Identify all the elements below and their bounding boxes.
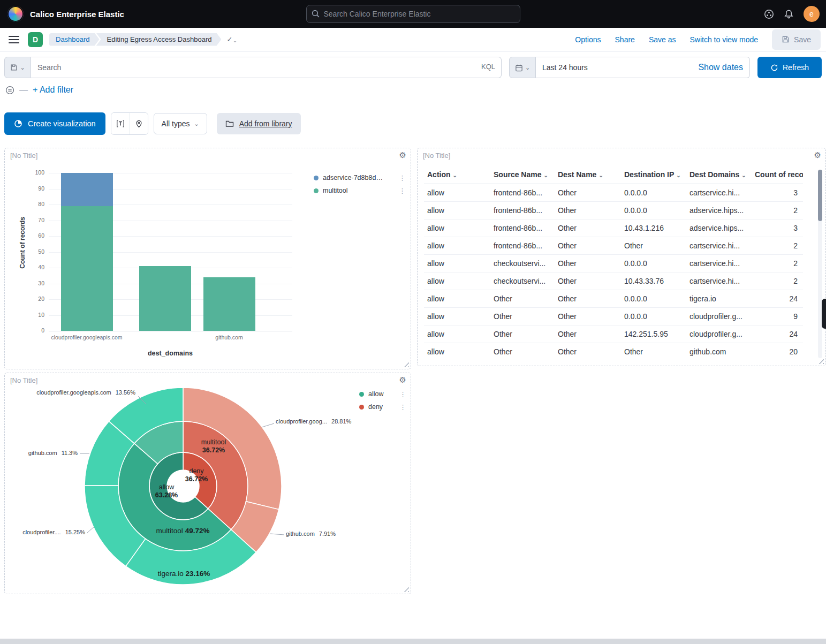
filter-divider: —	[19, 85, 28, 95]
legend-swatch	[359, 392, 364, 397]
legend-item[interactable]: allow⋮	[359, 388, 406, 400]
create-visualization-button[interactable]: Create visualization	[4, 112, 105, 135]
save-as-button[interactable]: Save as	[649, 35, 676, 44]
add-from-library-button[interactable]: Add from library	[217, 113, 301, 134]
table-row[interactable]: allowOtherOther0.0.0.0cloudprofiler.g...…	[424, 308, 803, 325]
dashboard-app-badge: D	[28, 32, 43, 47]
table-cell: Other	[555, 202, 621, 219]
share-button[interactable]: Share	[615, 35, 635, 44]
collapsed-flyout-handle[interactable]	[822, 299, 826, 329]
switch-to-view-mode-button[interactable]: Switch to view mode	[689, 35, 758, 44]
bar-segment[interactable]	[139, 266, 191, 331]
table-cell: frontend-86b...	[490, 184, 555, 202]
panel-settings-gear-icon[interactable]: ⚙	[814, 150, 821, 160]
table-cell: 3	[752, 219, 803, 237]
table-cell: Other	[490, 308, 555, 325]
table-cell: cloudprofiler.g...	[686, 308, 752, 325]
column-header[interactable]: Source Name⌄	[490, 165, 555, 184]
column-header[interactable]: Dest Name⌄	[555, 165, 621, 184]
table-row[interactable]: allowOtherOther0.0.0.0tigera.io24	[424, 290, 803, 308]
bar-segment[interactable]	[61, 173, 113, 206]
table-row[interactable]: allowfrontend-86b...Other0.0.0.0cartserv…	[424, 184, 803, 202]
legend-menu-icon[interactable]: ⋮	[399, 403, 406, 411]
table-cell: adservice.hips...	[686, 219, 752, 237]
all-types-dropdown[interactable]: All types ⌄	[154, 113, 207, 134]
scrollbar-thumb[interactable]	[818, 170, 822, 221]
breadcrumb-dashboard[interactable]: Dashboard	[49, 33, 100, 46]
legend-item[interactable]: multitool⋮	[314, 185, 406, 196]
table-row[interactable]: allowOtherOtherOthergithub.com20	[424, 343, 803, 361]
y-tick-label: 70	[24, 217, 44, 223]
table-cell: 142.251.5.95	[621, 325, 686, 343]
panel-settings-gear-icon[interactable]: ⚙	[399, 375, 406, 385]
y-tick-label: 20	[24, 296, 44, 302]
legend-item[interactable]: deny⋮	[359, 401, 406, 413]
sunburst-panel: [No Title] ⚙ multitool36.72% deny36.72% …	[4, 373, 411, 594]
column-header[interactable]: Destination IP⌄	[621, 165, 686, 184]
dashboard-actions: Options Share Save as Switch to view mod…	[575, 29, 826, 50]
save-button[interactable]: Save	[772, 29, 821, 50]
saved-query-menu-button[interactable]: ⌄	[4, 57, 31, 78]
menu-hamburger-icon[interactable]	[9, 36, 19, 43]
cluster-icon[interactable]	[764, 9, 774, 19]
table-row[interactable]: allowfrontend-86b...OtherOthercartservic…	[424, 237, 803, 255]
bar-segment[interactable]	[203, 277, 255, 331]
refresh-button[interactable]: Refresh	[757, 57, 822, 78]
kql-search-input[interactable]	[31, 57, 502, 78]
table-cell: cartservice.hi...	[686, 184, 752, 202]
column-header[interactable]: Action⌄	[424, 165, 490, 184]
table-cell: cartservice.hi...	[686, 237, 752, 255]
add-filter-button[interactable]: + Add filter	[33, 85, 73, 95]
legend-swatch	[314, 188, 319, 193]
table-row[interactable]: allowfrontend-86b...Other10.43.1.216adse…	[424, 219, 803, 237]
add-map-button[interactable]	[130, 113, 148, 134]
show-dates-button[interactable]: Show dates	[698, 63, 743, 72]
calendar-icon	[515, 64, 523, 72]
table-cell: 10.43.1.216	[621, 219, 686, 237]
add-text-button[interactable]	[111, 113, 130, 134]
panel-settings-gear-icon[interactable]: ⚙	[399, 150, 406, 160]
table-row[interactable]: allowOtherOther142.251.5.95cloudprofiler…	[424, 325, 803, 343]
table-row[interactable]: allowcheckoutservi...Other10.43.33.76car…	[424, 272, 803, 290]
callout-label: cloudprofiler.goog...28.81%	[276, 418, 351, 425]
bar-segment[interactable]	[61, 206, 113, 331]
user-avatar[interactable]: e	[804, 6, 820, 22]
legend-menu-icon[interactable]: ⋮	[399, 174, 406, 182]
panel-resize-handle[interactable]	[402, 360, 409, 367]
table-cell: 3	[752, 184, 803, 202]
kql-language-button[interactable]: KQL	[481, 63, 495, 71]
date-picker-button[interactable]: ⌄	[509, 57, 536, 78]
data-table-panel: [No Title] ⚙ Action⌄Source Name⌄Dest Nam…	[417, 148, 826, 366]
legend-swatch	[314, 176, 319, 180]
edit-title-icon[interactable]: ✓⌄	[226, 35, 237, 43]
legend-menu-icon[interactable]: ⋮	[399, 390, 406, 398]
table-cell: cloudprofiler.g...	[686, 325, 752, 343]
table-cell: Other	[555, 219, 621, 237]
column-header[interactable]: Dest Domains⌄	[686, 165, 752, 184]
legend-item[interactable]: adservice-7d8b8d89...⋮	[314, 172, 406, 184]
column-header[interactable]: Count of reco⌄	[752, 165, 803, 184]
time-range-field: Last 24 hours Show dates	[536, 57, 750, 78]
table-row[interactable]: allowfrontend-86b...Other0.0.0.0adservic…	[424, 202, 803, 219]
table-cell: cartservice.hi...	[686, 255, 752, 272]
filter-options-icon[interactable]	[5, 86, 14, 95]
table-cell: Other	[555, 272, 621, 290]
table-row[interactable]: allowcheckoutservi...Other0.0.0.0cartser…	[424, 255, 803, 272]
chart-legend: adservice-7d8b8d89...⋮multitool⋮	[314, 172, 406, 196]
panel-title: [No Title]	[423, 151, 450, 160]
legend-label: allow	[368, 390, 384, 398]
callout-label: cloudprofiler....15.25%	[10, 529, 85, 535]
table-scrollbar[interactable]	[818, 170, 822, 358]
global-search-input[interactable]	[306, 5, 520, 23]
sort-chevron-icon: ⌄	[741, 172, 746, 178]
options-button[interactable]: Options	[575, 35, 601, 44]
y-tick-label: 60	[24, 232, 44, 239]
legend-label: adservice-7d8b8d89...	[323, 174, 386, 181]
panel-resize-handle[interactable]	[402, 585, 409, 592]
sort-chevron-icon: ⌄	[676, 172, 680, 178]
y-tick-label: 10	[24, 312, 44, 318]
alerts-bell-icon[interactable]	[784, 9, 794, 19]
time-range-value[interactable]: Last 24 hours	[542, 63, 588, 72]
legend-menu-icon[interactable]: ⋮	[399, 187, 406, 195]
breadcrumb-bar: D Dashboard Editing Egress Access Dashbo…	[0, 28, 826, 51]
